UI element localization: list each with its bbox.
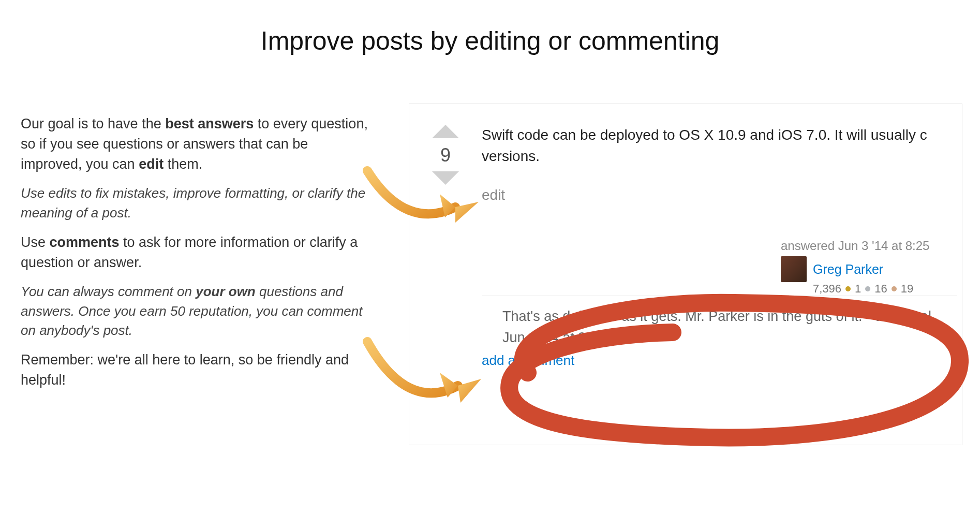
comment-body: That's as definitive as it gets. Mr. Par… (502, 306, 962, 348)
intro-text-1a: Our goal is to have the (21, 116, 165, 131)
user-card: answered Jun 3 '14 at 8:25 Greg Parker 7… (781, 239, 957, 296)
comment-line-1: That's as definitive as it gets. Mr. Par… (502, 306, 962, 327)
reputation-value: 7,396 (813, 282, 841, 296)
edit-link[interactable]: edit (482, 187, 505, 203)
bronze-badge-icon (892, 286, 897, 291)
comment-line-2: Jun 3 '14 at 9:27 (502, 327, 962, 348)
gold-badge-count: 1 (855, 282, 861, 296)
bronze-badge-count: 19 (901, 282, 913, 296)
answer-line-1: Swift code can be deployed to OS X 10.9 … (482, 125, 962, 146)
answer-body: Swift code can be deployed to OS X 10.9 … (482, 125, 962, 167)
intro-bold-edit: edit (139, 156, 164, 172)
answer-preview-panel: 9 Swift code can be deployed to OS X 10.… (409, 104, 962, 445)
comments-hint-1a: You can always comment on (21, 284, 196, 299)
comments-separator (482, 296, 957, 296)
silver-badge-count: 16 (874, 282, 887, 296)
comments-hint-bold: your own (196, 284, 256, 299)
intro-paragraph-1: Our goal is to have the best answers to … (21, 114, 373, 174)
gold-badge-icon (845, 286, 851, 291)
edit-hint: Use edits to fix mistakes, improve forma… (21, 184, 373, 223)
intro-text-1c: them. (164, 156, 202, 172)
closing-paragraph: Remember: we're all here to learn, so be… (21, 350, 373, 390)
comments-bold: comments (50, 234, 120, 250)
left-column: Our goal is to have the best answers to … (21, 114, 373, 400)
intro-bold-best-answers: best answers (165, 116, 254, 131)
page-title: Improve posts by editing or commenting (0, 26, 980, 56)
vote-column: 9 (425, 125, 466, 185)
comments-text-1a: Use (21, 234, 50, 250)
avatar (781, 256, 807, 282)
answer-line-2: versions. (482, 146, 962, 167)
silver-badge-icon (865, 286, 870, 291)
comments-paragraph: Use comments to ask for more information… (21, 232, 373, 273)
comments-hint: You can always comment on your own quest… (21, 282, 373, 341)
reputation-row: 7,396 1 16 19 (813, 282, 957, 296)
add-comment-link[interactable]: add a comment (482, 353, 574, 369)
upvote-icon[interactable] (432, 125, 459, 138)
username-link[interactable]: Greg Parker (813, 262, 883, 277)
vote-count: 9 (425, 144, 466, 166)
downvote-icon[interactable] (432, 171, 459, 185)
answered-timestamp: answered Jun 3 '14 at 8:25 (781, 239, 957, 253)
